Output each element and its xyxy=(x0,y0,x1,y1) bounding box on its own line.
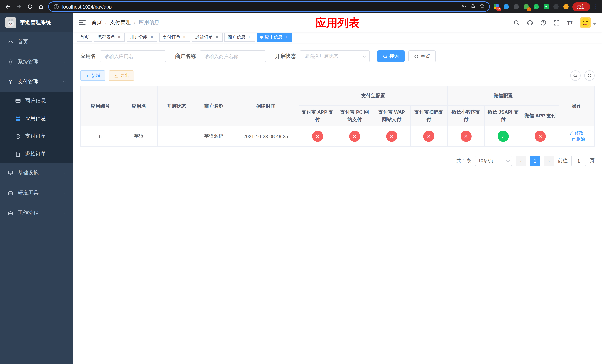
url-text[interactable]: localhost:1024/pay/app xyxy=(62,4,459,10)
tag-home[interactable]: 首页 xyxy=(77,33,92,42)
tag-label: 支付订单 xyxy=(162,34,180,40)
app-table: 应用编号 应用名 开启状态 商户名称 创建时间 支付宝配置 微信配置 操作 支付… xyxy=(80,86,595,147)
close-icon[interactable]: ✕ xyxy=(247,35,252,39)
close-icon[interactable]: ✕ xyxy=(150,35,154,39)
close-icon[interactable]: ✕ xyxy=(284,35,289,39)
add-button-label: 新增 xyxy=(91,72,100,79)
font-size-icon[interactable]: TT xyxy=(567,19,573,26)
tag-label: 商户信息 xyxy=(228,34,246,40)
cell-operations: 修改 删除 xyxy=(559,126,594,146)
bookmark-star-icon[interactable] xyxy=(479,3,485,10)
sidebar-item-system[interactable]: 系统管理 xyxy=(0,52,73,72)
app-title: 芋道管理系统 xyxy=(20,19,51,26)
sidebar-item-label: 首页 xyxy=(18,39,28,45)
gear-icon xyxy=(7,59,13,65)
page-1-button[interactable]: 1 xyxy=(530,156,540,166)
site-info-icon[interactable] xyxy=(53,3,59,11)
delete-link[interactable]: 删除 xyxy=(571,136,585,143)
status-select[interactable]: 请选择开启状态 xyxy=(300,50,370,62)
header-search-icon[interactable] xyxy=(513,19,520,26)
sidebar-item-pay-order[interactable]: 支付订单 xyxy=(0,127,73,145)
breadcrumb: 首页 / 支付管理 / 应用信息 xyxy=(91,19,160,26)
chevron-up-icon xyxy=(63,81,66,84)
prev-page-button[interactable]: ‹ xyxy=(516,156,526,166)
sidebar-item-infrastructure[interactable]: 基础设施 xyxy=(0,163,73,183)
user-menu[interactable] xyxy=(580,17,596,28)
close-icon[interactable]: ✕ xyxy=(215,35,219,39)
extension-avatar-icon[interactable]: 1 xyxy=(523,3,529,10)
merchant-name-label: 商户名称 xyxy=(175,53,196,60)
sidebar-item-dev-tools[interactable]: 研发工具 xyxy=(0,183,73,203)
col-wx-app: 微信 APP 支付 xyxy=(522,105,559,126)
browser-menu-icon[interactable]: ⋮ xyxy=(593,3,598,10)
refresh-table-button[interactable] xyxy=(584,70,595,81)
close-icon[interactable]: ✕ xyxy=(117,35,121,39)
sidebar-item-workflow[interactable]: 工作流程 xyxy=(0,203,73,223)
edit-link[interactable]: 修改 xyxy=(570,130,583,136)
cell-alipay-app xyxy=(299,126,336,146)
forward-icon[interactable] xyxy=(15,3,23,11)
cell-wx-mini xyxy=(447,126,485,146)
col-status: 开启状态 xyxy=(158,86,195,126)
next-page-button[interactable]: › xyxy=(544,156,554,166)
add-button[interactable]: ＋ 新增 xyxy=(80,70,105,81)
tag-label: 流程表单 xyxy=(97,34,115,40)
tag-process-form[interactable]: 流程表单 ✕ xyxy=(94,33,125,42)
sidebar-item-pay[interactable]: ¥ 支付管理 xyxy=(0,72,73,92)
grid-icon xyxy=(15,116,21,121)
merchant-name-input[interactable] xyxy=(200,50,266,62)
sidebar-item-merchant-info[interactable]: 商户信息 xyxy=(0,92,73,110)
breadcrumb-home[interactable]: 首页 xyxy=(91,19,102,26)
extension-blue-icon[interactable] xyxy=(503,3,509,10)
extension-grid-icon[interactable]: 10 xyxy=(493,3,499,10)
address-bar[interactable]: localhost:1024/pay/app xyxy=(48,1,490,12)
tag-merchant-info[interactable]: 商户信息 ✕ xyxy=(224,33,255,42)
tag-refund-order[interactable]: 退款订单 ✕ xyxy=(192,33,223,42)
refresh-icon xyxy=(587,73,592,78)
fullscreen-icon[interactable] xyxy=(553,19,560,26)
tag-label: 用户分组 xyxy=(130,34,148,40)
extension-pin-icon[interactable] xyxy=(553,3,559,10)
export-button[interactable]: 导出 xyxy=(109,70,134,81)
help-icon[interactable] xyxy=(540,19,547,26)
close-icon[interactable]: ✕ xyxy=(182,35,187,39)
sidebar-logo[interactable]: 芋道管理系统 xyxy=(0,13,73,32)
chrome-update-button[interactable]: 更新 xyxy=(572,2,590,11)
share-icon[interactable] xyxy=(471,3,476,10)
sidebar-item-home[interactable]: 首页 xyxy=(0,32,73,52)
breadcrumb-pay[interactable]: 支付管理 xyxy=(110,19,131,26)
status-label: 开启状态 xyxy=(275,53,296,60)
reload-icon[interactable] xyxy=(26,3,34,11)
navbar-actions: TT xyxy=(513,17,596,28)
search-button[interactable]: 搜索 xyxy=(377,50,405,62)
tag-app-info[interactable]: 应用信息 ✕ xyxy=(257,33,292,42)
back-icon[interactable] xyxy=(4,3,12,11)
sidebar-item-label: 支付订单 xyxy=(25,133,46,139)
chevron-down-icon xyxy=(506,158,510,162)
cell-status xyxy=(158,126,195,146)
page-size-select[interactable]: 10条/页 xyxy=(475,156,512,166)
home-icon[interactable] xyxy=(37,3,45,11)
delete-link-label: 删除 xyxy=(576,136,585,143)
tag-pay-order[interactable]: 支付订单 ✕ xyxy=(159,33,190,42)
status-no-icon xyxy=(312,131,323,142)
toggle-search-button[interactable] xyxy=(570,70,580,81)
refresh-icon xyxy=(414,54,419,59)
goto-page-input[interactable] xyxy=(571,156,586,166)
github-icon[interactable] xyxy=(527,19,534,26)
password-key-icon[interactable] xyxy=(462,3,467,10)
collapse-sidebar-icon[interactable] xyxy=(79,20,86,25)
col-wx-mini: 微信小程序支付 xyxy=(447,105,485,126)
tag-user-group[interactable]: 用户分组 ✕ xyxy=(127,33,157,42)
extension-chat-icon[interactable]: ● xyxy=(543,3,549,10)
sidebar-item-app-info[interactable]: 应用信息 xyxy=(0,110,73,127)
reset-button[interactable]: 重置 xyxy=(408,50,436,62)
col-group-wechat: 微信配置 xyxy=(447,86,559,105)
tag-label: 应用信息 xyxy=(265,34,282,40)
sidebar-item-refund-order[interactable]: 退款订单 xyxy=(0,145,73,163)
extension-check-icon[interactable]: ✓ xyxy=(533,3,539,10)
extension-emoji-icon[interactable] xyxy=(563,3,570,10)
app-name-input[interactable] xyxy=(100,50,166,62)
extension-dark-icon[interactable] xyxy=(513,3,519,10)
pagination-total: 共 1 条 xyxy=(456,157,471,164)
